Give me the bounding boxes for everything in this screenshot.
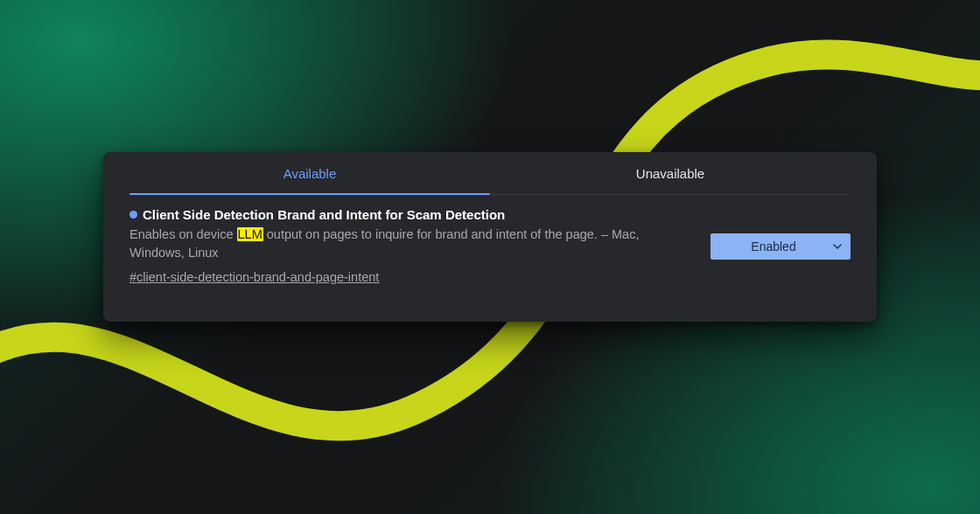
tab-unavailable[interactable]: Unavailable (490, 152, 850, 194)
flag-description: Enables on device LLM output on pages to… (130, 226, 690, 262)
flag-state-select[interactable]: Enabled (710, 233, 850, 260)
flag-title: Client Side Detection Brand and Intent f… (143, 207, 505, 222)
flag-text-block: Client Side Detection Brand and Intent f… (130, 207, 690, 285)
flag-state-select-wrap: Enabled (710, 233, 850, 260)
search-highlight: LLM (237, 227, 263, 241)
modified-indicator-icon (130, 211, 137, 219)
flags-panel: Available Unavailable Client Side Detect… (103, 152, 877, 322)
flag-row: Client Side Detection Brand and Intent f… (130, 195, 850, 285)
flag-hash-link[interactable]: #client-side-detection-brand-and-page-in… (130, 270, 379, 284)
flag-desc-before: Enables on device (130, 227, 237, 241)
flag-title-line: Client Side Detection Brand and Intent f… (130, 207, 690, 222)
chevron-down-icon (833, 242, 842, 251)
flag-state-label: Enabled (721, 240, 826, 254)
tab-available[interactable]: Available (130, 152, 490, 194)
tabs-bar: Available Unavailable (130, 152, 850, 195)
